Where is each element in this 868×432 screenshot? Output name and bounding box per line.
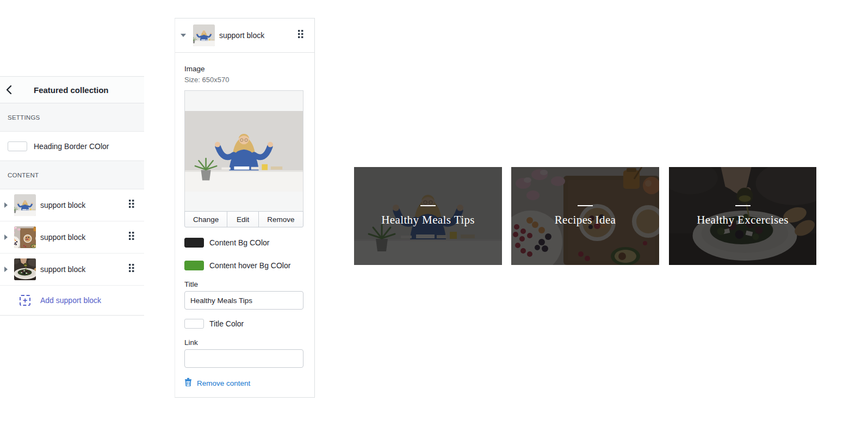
preview-card-recipes-idea[interactable]: Recipes Idea xyxy=(511,167,659,265)
meditation-thumbnail xyxy=(14,194,36,216)
panel-title: Featured collection xyxy=(34,85,109,95)
content-hover-bg-color-swatch[interactable] xyxy=(184,261,204,270)
add-support-block-label: Add support block xyxy=(40,296,101,305)
heading-border-color-setting: Heading Border COlor xyxy=(0,132,144,161)
support-block-item-2[interactable]: support block xyxy=(0,221,144,254)
settings-section-header: SETTINGS xyxy=(0,103,144,132)
image-size-note: Size: 650x570 xyxy=(184,76,303,84)
card-caption: Recipes Idea xyxy=(511,167,659,265)
support-block-item-3[interactable]: support block xyxy=(0,254,144,286)
content-hover-bg-color-setting: Content hover Bg COlor xyxy=(184,261,303,270)
heading-border-color-label: Heading Border COlor xyxy=(34,142,109,151)
caption-rule xyxy=(578,205,593,206)
change-image-button[interactable]: Change xyxy=(184,211,227,227)
inspector-body: Image Size: 650x570 Change Edit Remove C… xyxy=(175,53,314,388)
content-bg-color-label: Content Bg COlor xyxy=(209,238,270,247)
support-block-label: support block xyxy=(40,233,85,242)
support-block-item-1[interactable]: support block xyxy=(0,189,144,221)
back-icon[interactable] xyxy=(5,85,14,95)
card-caption: Healthy Excercises xyxy=(669,167,816,265)
title-color-swatch[interactable] xyxy=(184,319,204,329)
drag-handle-icon[interactable] xyxy=(129,200,134,211)
content-bg-color-setting: Content Bg COlor xyxy=(184,238,303,248)
title-field-label: Title xyxy=(184,280,303,288)
title-color-label: Title Color xyxy=(209,319,244,328)
salad-thumbnail xyxy=(14,258,36,280)
preview-card-healthy-excercises[interactable]: Healthy Excercises xyxy=(669,167,816,265)
caption-rule xyxy=(735,205,751,206)
image-preview xyxy=(184,90,303,212)
food-flatlay-thumbnail xyxy=(14,226,36,248)
drag-handle-icon[interactable] xyxy=(129,232,134,243)
link-input[interactable] xyxy=(184,349,303,368)
support-block-label: support block xyxy=(40,201,85,209)
trash-icon xyxy=(184,378,192,388)
expand-caret-icon[interactable] xyxy=(4,202,8,208)
drag-handle-icon[interactable] xyxy=(298,30,303,41)
sidebar-header: Featured collection xyxy=(0,76,144,103)
add-block-plus-icon: + xyxy=(20,295,30,306)
add-support-block-button[interactable]: + Add support block xyxy=(0,286,144,316)
remove-image-button[interactable]: Remove xyxy=(258,211,303,227)
inspector-header[interactable]: support block xyxy=(175,18,314,53)
card-title: Healthy Excercises xyxy=(697,213,789,227)
expand-caret-icon[interactable] xyxy=(4,234,8,240)
link-field-label: Link xyxy=(184,338,303,347)
image-actions: Change Edit Remove xyxy=(184,211,303,227)
meditation-thumbnail xyxy=(193,24,215,46)
card-title: Recipes Idea xyxy=(555,213,616,227)
remove-content-button[interactable]: Remove content xyxy=(184,378,303,388)
content-hover-bg-color-label: Content hover Bg COlor xyxy=(209,261,290,270)
expand-caret-icon[interactable] xyxy=(4,267,8,272)
remove-content-label: Remove content xyxy=(197,379,250,387)
settings-sidebar: Featured collection SETTINGS Heading Bor… xyxy=(0,76,144,316)
inspector-block-label: support block xyxy=(219,31,264,40)
preview-card-healthy-meals[interactable]: Healthy Meals Tips xyxy=(354,167,502,265)
edit-image-button[interactable]: Edit xyxy=(227,211,258,227)
heading-border-color-swatch[interactable] xyxy=(8,141,27,151)
content-section-label: CONTENT xyxy=(8,172,39,178)
collapse-caret-icon[interactable] xyxy=(181,34,186,37)
settings-section-label: SETTINGS xyxy=(8,114,40,121)
content-section-header: CONTENT xyxy=(0,161,144,189)
support-block-label: support block xyxy=(40,265,85,274)
title-input[interactable] xyxy=(184,291,303,310)
drag-handle-icon[interactable] xyxy=(129,264,134,275)
card-title: Healthy Meals Tips xyxy=(381,213,475,227)
block-inspector: support block Image Size: 650x570 Change… xyxy=(175,18,315,398)
content-bg-color-swatch[interactable] xyxy=(184,238,204,248)
card-caption: Healthy Meals Tips xyxy=(354,167,502,265)
caption-rule xyxy=(420,205,436,206)
title-color-setting: Title Color xyxy=(184,319,303,329)
image-field-label: Image xyxy=(184,65,303,73)
theme-editor: Featured collection SETTINGS Heading Bor… xyxy=(0,0,868,432)
meditation-photo xyxy=(185,111,303,192)
